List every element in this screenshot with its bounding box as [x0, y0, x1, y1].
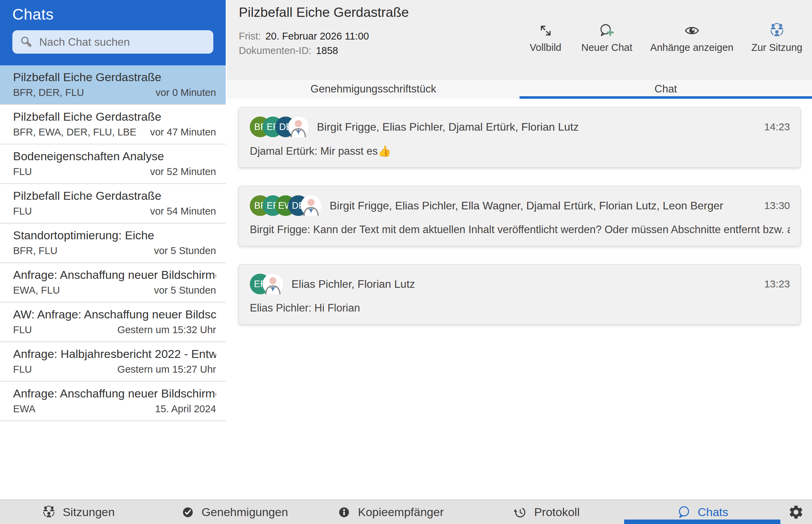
chat-item-participants: BFR, FLU: [13, 245, 57, 256]
main-row: Chats Pilzbefall Eiche Gerdastraße BFR, …: [0, 0, 812, 500]
chat-item-title: Pilzbefall Eiche Gerdastraße: [13, 189, 216, 203]
avatar-group: BFEPEWDE: [250, 195, 321, 216]
chat-list-item[interactable]: Anfrage: Halbjahresbericht 2022 - Entwur…: [0, 342, 226, 382]
document-header: Pilzbefall Eiche Gerdastraße Frist:20. F…: [227, 0, 812, 79]
chat-time: 14:23: [754, 121, 790, 133]
chat-list-item[interactable]: Bodeneigenschaften Analyse FLU vor 52 Mi…: [0, 144, 226, 184]
nav-label: Kopieempfänger: [358, 505, 444, 519]
nav-chats[interactable]: Chats: [624, 500, 780, 524]
chat-search-box[interactable]: [12, 30, 213, 54]
chat-item-meta: BFR, DER, FLU vor 0 Minuten: [13, 87, 216, 98]
chat-list-item[interactable]: Pilzbefall Eiche Gerdastraße BFR, DER, F…: [0, 65, 226, 105]
chat-participant-names: Birgit Frigge, Elias Pichler, Djamal Ert…: [317, 121, 579, 133]
avatar-group: BFEPDE: [250, 117, 309, 137]
chat-item-meta: FLU vor 52 Minuten: [13, 166, 216, 177]
chat-last-message: Elias Pichler: Hi Florian: [250, 302, 790, 314]
action-label: Zur Sitzung: [751, 42, 802, 53]
chat-card[interactable]: EP Elias Pichler, Florian Lutz 13:23 Eli…: [238, 264, 801, 325]
chat-item-meta: BFR, FLU vor 5 Stunden: [13, 245, 216, 256]
chat-item-participants: EWA, FLU: [13, 285, 60, 296]
meeting-icon: [41, 505, 56, 520]
deadline-row: Frist:20. Februar 2026 11:00: [239, 29, 369, 43]
chat-list-item[interactable]: Anfrage: Anschaffung neuer Bildschirme E…: [0, 263, 226, 303]
chat-item-time: vor 54 Minuten: [145, 206, 216, 217]
chat-last-message: Birgit Frigge: Kann der Text mit dem akt…: [250, 223, 790, 236]
go-to-meeting-button[interactable]: Zur Sitzung: [751, 22, 802, 53]
chat-item-participants: BFR, EWA, DER, FLU, LBE: [13, 127, 136, 138]
active-nav-indicator: [624, 520, 780, 524]
person-avatar: [301, 195, 321, 216]
chat-item-time: vor 0 Minuten: [150, 87, 216, 98]
chat-item-time: vor 47 Minuten: [145, 127, 216, 138]
chat-item-meta: EWA, FLU vor 5 Stunden: [13, 285, 216, 296]
chat-item-participants: FLU: [13, 166, 32, 177]
bottom-nav: Sitzungen Genehmigungen Kopieempfänger P…: [0, 500, 812, 524]
chat-card-list: BFEPDE Birgit Frigge, Elias Pichler, Dja…: [227, 99, 812, 500]
show-attachments-button[interactable]: Anhänge anzeigen: [650, 22, 734, 53]
chat-list-item[interactable]: Pilzbefall Eiche Gerdastraße FLU vor 54 …: [0, 184, 226, 223]
person-avatar: [288, 117, 309, 137]
action-label: Anhänge anzeigen: [650, 42, 734, 53]
chat-list-item[interactable]: Standortoptimierung: Eiche BFR, FLU vor …: [0, 223, 226, 263]
document-id-row: Dokumenten-ID:1858: [239, 43, 369, 58]
chat-card[interactable]: BFEPDE Birgit Frigge, Elias Pichler, Dja…: [238, 107, 801, 168]
person-avatar-icon: [288, 117, 309, 137]
chat-item-time: vor 52 Minuten: [145, 166, 216, 177]
chat-item-title: Bodeneigenschaften Analyse: [13, 150, 216, 163]
nav-kopieempfaenger[interactable]: Kopieempfänger: [312, 500, 468, 524]
chat-item-title: AW: Anfrage: Anschaffung neuer Bildsch..…: [13, 308, 216, 321]
chat-list: Pilzbefall Eiche Gerdastraße BFR, DER, F…: [0, 65, 226, 500]
tab-chat[interactable]: Chat: [520, 79, 812, 99]
tab-bar: Genehmigungsschriftstück Chat: [227, 79, 812, 99]
chat-item-meta: EWA 15. April 2024: [13, 403, 216, 415]
chat-card[interactable]: BFEPEWDE Birgit Frigge, Elias Pichler, E…: [238, 186, 801, 246]
chat-item-time: vor 5 Stunden: [148, 285, 216, 296]
settings-button[interactable]: [780, 500, 812, 524]
chat-item-title: Pilzbefall Eiche Gerdastraße: [13, 110, 216, 123]
chat-participant-names: Elias Pichler, Florian Lutz: [291, 278, 415, 291]
nav-label: Chats: [698, 505, 728, 519]
history-icon: [513, 505, 528, 520]
chat-card-header: EP Elias Pichler, Florian Lutz 13:23: [250, 274, 790, 294]
person-avatar-icon: [301, 195, 321, 216]
chat-item-title: Anfrage: Anschaffung neuer Bildschirme: [13, 268, 216, 282]
chat-item-title: Standortoptimierung: Eiche: [13, 229, 216, 242]
toolbar: Vollbild Neuer Chat Anhänge anzeigen Zur…: [528, 22, 803, 53]
nav-label: Sitzungen: [63, 505, 115, 519]
info-icon: [336, 505, 352, 520]
nav-genehmigungen[interactable]: Genehmigungen: [156, 500, 312, 524]
chat-item-title: Pilzbefall Eiche Gerdastraße: [13, 70, 216, 84]
tab-genehmigungsschriftstueck[interactable]: Genehmigungsschriftstück: [227, 79, 520, 99]
chat-item-time: Gestern um 15:27 Uhr: [112, 364, 216, 375]
nav-protokoll[interactable]: Protokoll: [468, 500, 624, 524]
sidebar: Chats Pilzbefall Eiche Gerdastraße BFR, …: [0, 0, 227, 500]
chat-list-item[interactable]: AW: Anfrage: Anschaffung neuer Bildsch..…: [0, 303, 226, 342]
nav-sitzungen[interactable]: Sitzungen: [0, 500, 156, 524]
new-chat-button[interactable]: Neuer Chat: [581, 22, 632, 53]
chat-item-participants: FLU: [13, 324, 32, 336]
search-icon: [19, 35, 34, 49]
search-input[interactable]: [39, 35, 206, 49]
person-avatar-icon: [263, 274, 283, 294]
person-avatar: [263, 274, 283, 294]
chat-item-meta: FLU vor 54 Minuten: [13, 206, 216, 217]
action-label: Neuer Chat: [581, 42, 632, 53]
deadline-label: Frist:: [239, 31, 261, 42]
chat-icon: [676, 505, 692, 520]
fullscreen-button[interactable]: Vollbild: [528, 22, 564, 53]
nav-label: Protokoll: [534, 505, 579, 519]
new-chat-icon: [598, 22, 616, 39]
chat-time: 13:30: [754, 200, 790, 211]
approval-icon: [180, 505, 195, 520]
chat-last-message: Djamal Ertürk: Mir passt es👍: [250, 145, 790, 157]
chat-card-header: BFEPDE Birgit Frigge, Elias Pichler, Dja…: [250, 117, 790, 137]
chat-item-time: 15. April 2024: [150, 403, 216, 415]
deadline-value: 20. Februar 2026 11:00: [265, 31, 369, 42]
chat-item-time: Gestern um 15:32 Uhr: [112, 324, 216, 336]
document-id-label: Dokumenten-ID:: [239, 45, 311, 56]
chat-list-item[interactable]: Pilzbefall Eiche Gerdastraße BFR, EWA, D…: [0, 105, 226, 144]
action-label: Vollbild: [530, 42, 562, 53]
eye-icon: [683, 22, 701, 39]
tab-label: Genehmigungsschriftstück: [310, 83, 436, 95]
chat-list-item[interactable]: Anfrage: Anschaffung neuer Bildschirme E…: [0, 382, 226, 421]
